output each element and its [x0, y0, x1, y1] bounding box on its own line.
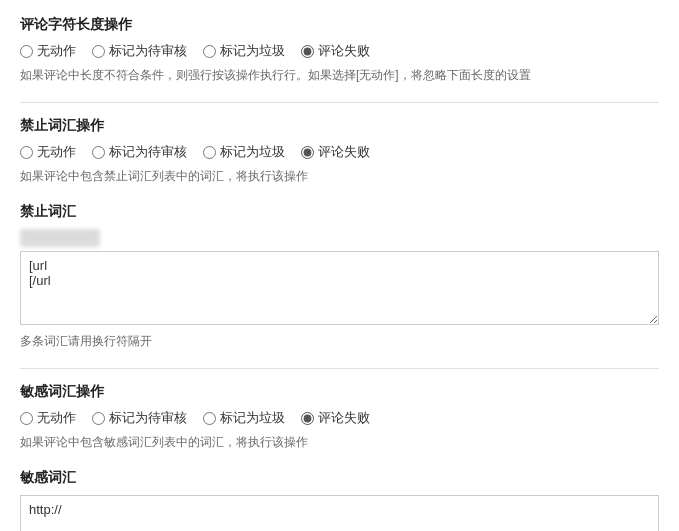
blurred-content: [20, 229, 100, 247]
banned-action-radio-2[interactable]: [203, 146, 216, 159]
sensitive-words-action-section: 敏感词汇操作 无动作 标记为待审核 标记为垃圾 评论失败 如果评论中包含敏感词汇…: [20, 383, 659, 451]
sensitive-action-radio-2[interactable]: [203, 412, 216, 425]
sensitive-action-label-2: 标记为垃圾: [220, 409, 285, 427]
sensitive-words-section: 敏感词汇 http:// 多条词汇请用换行符隔开 注意：如果词汇同时出现于禁止词…: [20, 469, 659, 531]
sensitive-action-option-2[interactable]: 标记为垃圾: [203, 409, 285, 427]
sensitive-words-textarea-wrapper: http://: [20, 495, 659, 531]
separator-1: [20, 102, 659, 103]
comment-length-hint: 如果评论中长度不符合条件，则强行按该操作执行行。如果选择[无动作]，将忽略下面长…: [20, 66, 659, 84]
banned-action-radio-0[interactable]: [20, 146, 33, 159]
comment-length-radio-1[interactable]: [92, 45, 105, 58]
sensitive-words-textarea[interactable]: http://: [20, 495, 659, 531]
banned-words-hint: 多条词汇请用换行符隔开: [20, 332, 659, 350]
banned-action-option-1[interactable]: 标记为待审核: [92, 143, 187, 161]
main-container: 评论字符长度操作 无动作 标记为待审核 标记为垃圾 评论失败 如果评论中长度不符…: [0, 0, 679, 531]
banned-action-label-2: 标记为垃圾: [220, 143, 285, 161]
comment-length-option-0[interactable]: 无动作: [20, 42, 76, 60]
comment-length-title: 评论字符长度操作: [20, 16, 659, 34]
sensitive-action-radio-0[interactable]: [20, 412, 33, 425]
comment-length-radio-0[interactable]: [20, 45, 33, 58]
sensitive-action-radio-3[interactable]: [301, 412, 314, 425]
banned-words-section: 禁止词汇 [url [/url 多条词汇请用换行符隔开: [20, 203, 659, 350]
sensitive-words-title: 敏感词汇: [20, 469, 659, 487]
banned-action-radio-1[interactable]: [92, 146, 105, 159]
sensitive-action-option-1[interactable]: 标记为待审核: [92, 409, 187, 427]
banned-words-textarea[interactable]: [url [/url: [20, 251, 659, 325]
comment-length-radio-3[interactable]: [301, 45, 314, 58]
banned-words-action-hint: 如果评论中包含禁止词汇列表中的词汇，将执行该操作: [20, 167, 659, 185]
comment-length-label-1: 标记为待审核: [109, 42, 187, 60]
comment-length-radio-2[interactable]: [203, 45, 216, 58]
banned-words-action-title: 禁止词汇操作: [20, 117, 659, 135]
banned-words-action-radio-group: 无动作 标记为待审核 标记为垃圾 评论失败: [20, 143, 659, 161]
banned-action-label-1: 标记为待审核: [109, 143, 187, 161]
comment-length-label-3: 评论失败: [318, 42, 370, 60]
banned-words-action-section: 禁止词汇操作 无动作 标记为待审核 标记为垃圾 评论失败 如果评论中包含禁止词汇…: [20, 117, 659, 185]
comment-length-label-2: 标记为垃圾: [220, 42, 285, 60]
sensitive-action-radio-1[interactable]: [92, 412, 105, 425]
sensitive-action-label-1: 标记为待审核: [109, 409, 187, 427]
banned-words-textarea-wrapper: [url [/url: [20, 229, 659, 328]
banned-action-label-3: 评论失败: [318, 143, 370, 161]
sensitive-action-option-3[interactable]: 评论失败: [301, 409, 370, 427]
separator-2: [20, 368, 659, 369]
sensitive-action-label-0: 无动作: [37, 409, 76, 427]
comment-length-option-3[interactable]: 评论失败: [301, 42, 370, 60]
comment-length-radio-group: 无动作 标记为待审核 标记为垃圾 评论失败: [20, 42, 659, 60]
comment-length-section: 评论字符长度操作 无动作 标记为待审核 标记为垃圾 评论失败 如果评论中长度不符…: [20, 16, 659, 84]
sensitive-words-action-title: 敏感词汇操作: [20, 383, 659, 401]
banned-action-option-0[interactable]: 无动作: [20, 143, 76, 161]
banned-action-option-3[interactable]: 评论失败: [301, 143, 370, 161]
banned-action-option-2[interactable]: 标记为垃圾: [203, 143, 285, 161]
banned-action-label-0: 无动作: [37, 143, 76, 161]
sensitive-words-action-radio-group: 无动作 标记为待审核 标记为垃圾 评论失败: [20, 409, 659, 427]
comment-length-option-1[interactable]: 标记为待审核: [92, 42, 187, 60]
comment-length-label-0: 无动作: [37, 42, 76, 60]
comment-length-option-2[interactable]: 标记为垃圾: [203, 42, 285, 60]
banned-words-title: 禁止词汇: [20, 203, 659, 221]
sensitive-words-action-hint: 如果评论中包含敏感词汇列表中的词汇，将执行该操作: [20, 433, 659, 451]
sensitive-action-option-0[interactable]: 无动作: [20, 409, 76, 427]
sensitive-action-label-3: 评论失败: [318, 409, 370, 427]
banned-action-radio-3[interactable]: [301, 146, 314, 159]
